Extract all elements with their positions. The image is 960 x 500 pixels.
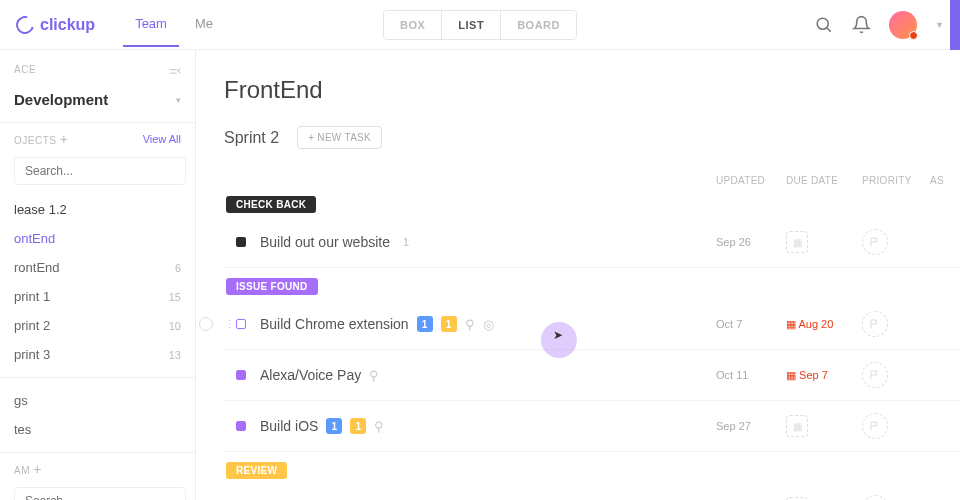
attachment-icon[interactable]: ⚲ — [374, 419, 384, 434]
column-headers: UPDATED DUE DATE PRIORITY AS — [224, 175, 960, 186]
col-assignee[interactable]: AS — [930, 175, 960, 186]
add-project-icon[interactable]: + — [60, 131, 69, 147]
due-date-empty-icon[interactable]: ▦ — [786, 415, 808, 437]
page-title: FrontEnd — [224, 76, 960, 104]
task-name[interactable]: Build Chrome extension 11⚲◎ — [260, 316, 716, 332]
col-updated[interactable]: UPDATED — [716, 175, 786, 186]
task-row[interactable]: ⋮⋮ Alexa/Voice Pay ⚲ Oct 11 ▦ Sep 7 — [224, 350, 960, 401]
am-heading: AM + — [14, 461, 42, 477]
nav-tabs: Team Me — [123, 2, 225, 47]
view-all-link[interactable]: View All — [143, 133, 181, 145]
col-priority[interactable]: PRIORITY — [862, 175, 930, 186]
app-logo[interactable]: clickup — [16, 16, 95, 34]
projects-heading: OJECTS + — [14, 131, 68, 147]
add-item-icon[interactable]: + — [33, 461, 42, 477]
header-actions: ▼ — [813, 11, 944, 39]
priority-flag-icon[interactable] — [862, 495, 888, 500]
search-icon[interactable] — [813, 15, 833, 35]
notification-dot-icon — [909, 31, 918, 40]
task-row[interactable]: ⋮⋮ Build out our website 1 Sep 26 ▦ — [224, 217, 960, 268]
space-selector[interactable]: Development ▾ — [0, 85, 195, 114]
attachment-icon[interactable]: ⚲ — [369, 368, 379, 383]
priority-flag-icon[interactable] — [862, 311, 888, 337]
tag-icon[interactable]: ◎ — [483, 317, 494, 332]
sidebar-collapse-icon[interactable] — [165, 62, 185, 82]
sidebar-item-release[interactable]: lease 1.2 — [0, 195, 195, 224]
logo-icon — [13, 12, 38, 37]
status-pill[interactable]: ISSUE FOUND — [226, 278, 318, 295]
status-pill[interactable]: CHECK BACK — [226, 196, 316, 213]
chevron-down-icon[interactable]: ▼ — [935, 20, 944, 30]
main-content: FrontEnd Sprint 2 + NEW TASK UPDATED DUE… — [196, 50, 960, 500]
task-badge: 1 — [398, 234, 414, 250]
search-input[interactable] — [14, 487, 186, 500]
col-due[interactable]: DUE DATE — [786, 175, 862, 186]
task-badge: 1 — [350, 418, 366, 434]
app-name: clickup — [40, 16, 95, 34]
task-row[interactable]: ⋮⋮ Zapier API Hooks ⚲ Aug 31 ▦ — [224, 483, 960, 500]
drag-handle-icon[interactable]: ⋮⋮ — [224, 318, 232, 331]
view-board[interactable]: BOARD — [500, 11, 576, 39]
sidebar-item[interactable]: print 115 — [0, 282, 195, 311]
task-radio[interactable] — [199, 317, 213, 331]
priority-flag-icon[interactable] — [862, 362, 888, 388]
tab-team[interactable]: Team — [123, 2, 179, 47]
svg-point-0 — [817, 18, 828, 29]
task-updated: Sep 27 — [716, 420, 786, 432]
view-list[interactable]: LIST — [441, 11, 500, 39]
priority-flag-icon[interactable] — [862, 229, 888, 255]
task-row[interactable]: ⋮⋮ Build iOS 11⚲ Sep 27 ▦ — [224, 401, 960, 452]
task-badge: 1 — [326, 418, 342, 434]
chevron-down-icon: ▾ — [176, 95, 181, 105]
user-avatar[interactable] — [889, 11, 917, 39]
task-updated: Oct 11 — [716, 369, 786, 381]
due-date[interactable]: ▦ Sep 7 — [786, 369, 828, 382]
tab-me[interactable]: Me — [183, 2, 225, 47]
bell-icon[interactable] — [851, 15, 871, 35]
status-pill[interactable]: REVIEW — [226, 462, 287, 479]
task-badge: 1 — [441, 316, 457, 332]
task-name[interactable]: Build out our website 1 — [260, 234, 716, 250]
due-date-empty-icon[interactable]: ▦ — [786, 231, 808, 253]
accent-bar — [950, 0, 960, 50]
sidebar-item[interactable]: print 313 — [0, 340, 195, 369]
new-task-button[interactable]: + NEW TASK — [297, 126, 382, 149]
task-updated: Sep 26 — [716, 236, 786, 248]
task-name[interactable]: Build iOS 11⚲ — [260, 418, 716, 434]
task-badge: 1 — [417, 316, 433, 332]
task-updated: Oct 7 — [716, 318, 786, 330]
view-switcher: BOX LIST BOARD — [383, 10, 577, 40]
priority-flag-icon[interactable] — [862, 413, 888, 439]
sidebar-item-frontend[interactable]: ontEnd — [0, 224, 195, 253]
sidebar-item[interactable]: print 210 — [0, 311, 195, 340]
space-label: ACE — [14, 64, 181, 75]
sidebar: ACE Development ▾ OJECTS + View All leas… — [0, 50, 196, 500]
attachment-icon[interactable]: ⚲ — [465, 317, 475, 332]
space-name: Development — [14, 91, 108, 108]
top-header: clickup Team Me BOX LIST BOARD ▼ — [0, 0, 960, 50]
task-name[interactable]: Alexa/Voice Pay ⚲ — [260, 367, 716, 383]
project-search-input[interactable] — [14, 157, 186, 185]
view-box[interactable]: BOX — [384, 11, 441, 39]
task-row[interactable]: ⋮⋮ Build Chrome extension 11⚲◎ Oct 7 ▦ A… — [224, 299, 960, 350]
sidebar-item[interactable]: rontEnd6 — [0, 253, 195, 282]
sidebar-item-extra[interactable]: tes — [0, 415, 195, 444]
sidebar-item-extra[interactable]: gs — [0, 386, 195, 415]
due-date[interactable]: ▦ Aug 20 — [786, 318, 833, 331]
svg-line-1 — [827, 28, 831, 32]
sprint-name: Sprint 2 — [224, 129, 279, 147]
status-square-icon[interactable] — [236, 319, 246, 329]
